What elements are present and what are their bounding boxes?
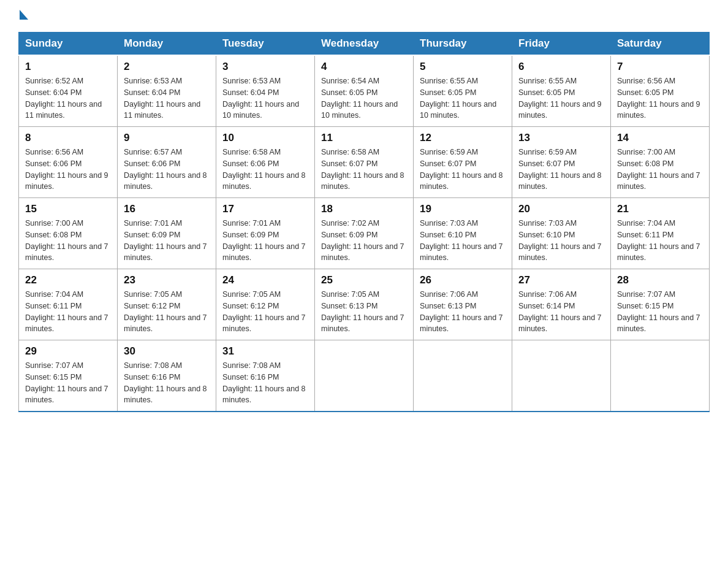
day-number: 31	[222, 345, 308, 358]
day-number: 16	[124, 203, 210, 215]
calendar-cell	[315, 340, 414, 412]
day-info: Sunrise: 7:01 AMSunset: 6:09 PMDaylight:…	[124, 219, 207, 262]
calendar-cell: 10 Sunrise: 6:58 AMSunset: 6:06 PMDaylig…	[216, 127, 315, 198]
day-info: Sunrise: 6:52 AMSunset: 6:04 PMDaylight:…	[25, 77, 102, 120]
day-number: 9	[124, 132, 210, 144]
day-info: Sunrise: 7:08 AMSunset: 6:16 PMDaylight:…	[222, 361, 306, 404]
calendar-cell: 25 Sunrise: 7:05 AMSunset: 6:13 PMDaylig…	[315, 269, 414, 340]
header-thursday: Thursday	[414, 33, 512, 56]
day-info: Sunrise: 7:08 AMSunset: 6:16 PMDaylight:…	[124, 361, 207, 404]
day-number: 24	[222, 274, 308, 286]
calendar-cell: 15 Sunrise: 7:00 AMSunset: 6:08 PMDaylig…	[19, 198, 118, 269]
calendar-cell: 26 Sunrise: 7:06 AMSunset: 6:13 PMDaylig…	[414, 269, 512, 340]
day-number: 5	[420, 61, 506, 73]
calendar-week-row: 22 Sunrise: 7:04 AMSunset: 6:11 PMDaylig…	[19, 269, 710, 340]
calendar-cell: 14 Sunrise: 7:00 AMSunset: 6:08 PMDaylig…	[611, 127, 710, 198]
calendar-cell: 2 Sunrise: 6:53 AMSunset: 6:04 PMDayligh…	[118, 55, 216, 127]
calendar-cell	[414, 340, 512, 412]
day-info: Sunrise: 7:03 AMSunset: 6:10 PMDaylight:…	[518, 219, 602, 262]
day-number: 15	[25, 203, 111, 215]
day-info: Sunrise: 7:05 AMSunset: 6:12 PMDaylight:…	[124, 290, 207, 333]
calendar-cell: 28 Sunrise: 7:07 AMSunset: 6:15 PMDaylig…	[611, 269, 710, 340]
day-info: Sunrise: 6:56 AMSunset: 6:06 PMDaylight:…	[25, 148, 108, 191]
day-number: 27	[518, 274, 604, 286]
day-info: Sunrise: 6:57 AMSunset: 6:06 PMDaylight:…	[124, 148, 207, 191]
calendar-cell: 29 Sunrise: 7:07 AMSunset: 6:15 PMDaylig…	[19, 340, 118, 412]
day-number: 11	[321, 132, 407, 144]
day-info: Sunrise: 7:01 AMSunset: 6:09 PMDaylight:…	[222, 219, 306, 262]
day-info: Sunrise: 6:58 AMSunset: 6:06 PMDaylight:…	[222, 148, 306, 191]
calendar-cell: 13 Sunrise: 6:59 AMSunset: 6:07 PMDaylig…	[512, 127, 611, 198]
calendar-cell: 4 Sunrise: 6:54 AMSunset: 6:05 PMDayligh…	[315, 55, 414, 127]
calendar-cell: 18 Sunrise: 7:02 AMSunset: 6:09 PMDaylig…	[315, 198, 414, 269]
day-info: Sunrise: 6:56 AMSunset: 6:05 PMDaylight:…	[617, 77, 700, 120]
page-header	[18, 12, 710, 20]
calendar-cell: 5 Sunrise: 6:55 AMSunset: 6:05 PMDayligh…	[414, 55, 512, 127]
calendar-cell: 1 Sunrise: 6:52 AMSunset: 6:04 PMDayligh…	[19, 55, 118, 127]
calendar-cell: 11 Sunrise: 6:58 AMSunset: 6:07 PMDaylig…	[315, 127, 414, 198]
day-info: Sunrise: 6:54 AMSunset: 6:05 PMDaylight:…	[321, 77, 398, 120]
day-number: 28	[617, 274, 703, 286]
day-number: 10	[222, 132, 308, 144]
logo-area	[18, 12, 28, 20]
day-info: Sunrise: 7:03 AMSunset: 6:10 PMDaylight:…	[420, 219, 503, 262]
day-number: 3	[222, 61, 308, 73]
day-info: Sunrise: 6:59 AMSunset: 6:07 PMDaylight:…	[420, 148, 503, 191]
day-number: 14	[617, 132, 703, 144]
header-monday: Monday	[118, 33, 216, 56]
calendar-cell: 12 Sunrise: 6:59 AMSunset: 6:07 PMDaylig…	[414, 127, 512, 198]
calendar-cell: 9 Sunrise: 6:57 AMSunset: 6:06 PMDayligh…	[118, 127, 216, 198]
day-number: 18	[321, 203, 407, 215]
day-number: 17	[222, 203, 308, 215]
calendar-cell	[611, 340, 710, 412]
day-number: 19	[420, 203, 506, 215]
day-number: 25	[321, 274, 407, 286]
day-info: Sunrise: 6:55 AMSunset: 6:05 PMDaylight:…	[518, 77, 602, 120]
day-number: 13	[518, 132, 604, 144]
day-info: Sunrise: 6:53 AMSunset: 6:04 PMDaylight:…	[222, 77, 299, 120]
calendar-week-row: 1 Sunrise: 6:52 AMSunset: 6:04 PMDayligh…	[19, 55, 710, 127]
calendar-cell: 16 Sunrise: 7:01 AMSunset: 6:09 PMDaylig…	[118, 198, 216, 269]
day-number: 7	[617, 61, 703, 73]
day-info: Sunrise: 7:04 AMSunset: 6:11 PMDaylight:…	[25, 290, 108, 333]
day-info: Sunrise: 7:07 AMSunset: 6:15 PMDaylight:…	[617, 290, 700, 333]
day-number: 4	[321, 61, 407, 73]
day-info: Sunrise: 6:58 AMSunset: 6:07 PMDaylight:…	[321, 148, 404, 191]
calendar-cell: 30 Sunrise: 7:08 AMSunset: 6:16 PMDaylig…	[118, 340, 216, 412]
calendar-cell: 22 Sunrise: 7:04 AMSunset: 6:11 PMDaylig…	[19, 269, 118, 340]
day-info: Sunrise: 7:00 AMSunset: 6:08 PMDaylight:…	[25, 219, 108, 262]
day-info: Sunrise: 6:59 AMSunset: 6:07 PMDaylight:…	[518, 148, 602, 191]
day-info: Sunrise: 7:04 AMSunset: 6:11 PMDaylight:…	[617, 219, 700, 262]
header-wednesday: Wednesday	[315, 33, 414, 56]
calendar-cell: 8 Sunrise: 6:56 AMSunset: 6:06 PMDayligh…	[19, 127, 118, 198]
calendar-cell: 6 Sunrise: 6:55 AMSunset: 6:05 PMDayligh…	[512, 55, 611, 127]
day-number: 6	[518, 61, 604, 73]
calendar-week-row: 29 Sunrise: 7:07 AMSunset: 6:15 PMDaylig…	[19, 340, 710, 412]
day-number: 22	[25, 274, 111, 286]
calendar-cell: 20 Sunrise: 7:03 AMSunset: 6:10 PMDaylig…	[512, 198, 611, 269]
calendar-cell: 17 Sunrise: 7:01 AMSunset: 6:09 PMDaylig…	[216, 198, 315, 269]
calendar-header-row: Sunday Monday Tuesday Wednesday Thursday…	[19, 33, 710, 56]
header-tuesday: Tuesday	[216, 33, 315, 56]
day-number: 26	[420, 274, 506, 286]
day-info: Sunrise: 7:06 AMSunset: 6:13 PMDaylight:…	[420, 290, 503, 333]
calendar-cell	[512, 340, 611, 412]
header-saturday: Saturday	[611, 33, 710, 56]
calendar-cell: 24 Sunrise: 7:05 AMSunset: 6:12 PMDaylig…	[216, 269, 315, 340]
day-info: Sunrise: 6:53 AMSunset: 6:04 PMDaylight:…	[124, 77, 200, 120]
day-number: 29	[25, 345, 111, 358]
calendar-table: Sunday Monday Tuesday Wednesday Thursday…	[18, 32, 710, 412]
calendar-cell: 19 Sunrise: 7:03 AMSunset: 6:10 PMDaylig…	[414, 198, 512, 269]
calendar-cell: 21 Sunrise: 7:04 AMSunset: 6:11 PMDaylig…	[611, 198, 710, 269]
day-number: 23	[124, 274, 210, 286]
calendar-cell: 27 Sunrise: 7:06 AMSunset: 6:14 PMDaylig…	[512, 269, 611, 340]
header-sunday: Sunday	[19, 33, 118, 56]
day-number: 30	[124, 345, 210, 358]
day-info: Sunrise: 7:05 AMSunset: 6:12 PMDaylight:…	[222, 290, 306, 333]
day-info: Sunrise: 7:00 AMSunset: 6:08 PMDaylight:…	[617, 148, 700, 191]
header-friday: Friday	[512, 33, 611, 56]
day-number: 21	[617, 203, 703, 215]
day-info: Sunrise: 7:07 AMSunset: 6:15 PMDaylight:…	[25, 361, 108, 404]
day-info: Sunrise: 7:06 AMSunset: 6:14 PMDaylight:…	[518, 290, 602, 333]
calendar-cell: 3 Sunrise: 6:53 AMSunset: 6:04 PMDayligh…	[216, 55, 315, 127]
